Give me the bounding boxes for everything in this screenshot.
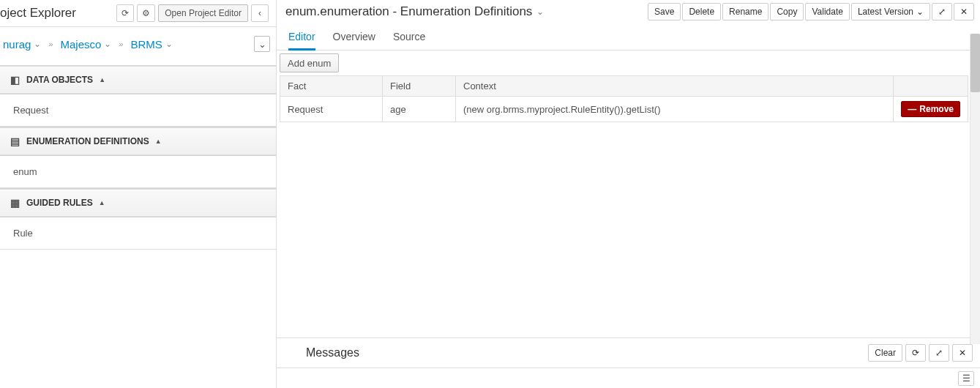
breadcrumb-separator-icon: » xyxy=(48,40,53,48)
chevron-down-icon: ⌄ xyxy=(258,39,266,50)
chevron-left-icon: ‹ xyxy=(258,8,261,18)
sidebar-item-request[interactable]: Request xyxy=(13,105,48,116)
sidebar-title: oject Explorer xyxy=(0,6,76,20)
latest-version-dropdown[interactable]: Latest Version ⌄ xyxy=(851,3,930,20)
chevron-down-icon: ⌄ xyxy=(916,7,924,17)
close-button[interactable]: ✕ xyxy=(954,3,974,20)
messages-clear-button[interactable]: Clear xyxy=(868,344,902,362)
cell-field[interactable]: age xyxy=(383,97,456,122)
gear-icon: ⚙ xyxy=(142,8,150,18)
tab-source[interactable]: Source xyxy=(393,31,425,50)
chevron-down-icon: ⌄ xyxy=(165,39,173,49)
cell-context[interactable]: (new org.brms.myproject.RuleEntity()).ge… xyxy=(456,97,894,122)
section-title: GUIDED RULES xyxy=(26,198,93,208)
enum-table: Fact Field Context Request age (new org.… xyxy=(280,75,968,122)
breadcrumb-separator-icon: » xyxy=(119,40,123,48)
section-enumeration-definitions-header[interactable]: ▤ ENUMERATION DEFINITIONS ▲ xyxy=(0,127,276,155)
open-project-editor-button[interactable]: Open Project Editor xyxy=(158,4,248,22)
expand-icon: ⤢ xyxy=(938,7,946,17)
table-header-row: Fact Field Context xyxy=(280,76,968,97)
scrollbar-thumb[interactable] xyxy=(970,34,980,92)
add-enum-button[interactable]: Add enum xyxy=(280,53,339,72)
messages-title: Messages xyxy=(306,346,359,359)
editor-main: enum.enumeration - Enumeration Definitio… xyxy=(277,0,980,388)
messages-close-button[interactable]: ✕ xyxy=(952,344,973,362)
expand-button[interactable]: ⤢ xyxy=(932,3,952,20)
messages-expand-button[interactable]: ⤢ xyxy=(929,344,949,362)
refresh-icon: ⟳ xyxy=(121,8,129,18)
sidebar-item-enum[interactable]: enum xyxy=(13,166,37,177)
guided-rules-icon: ▦ xyxy=(9,197,20,209)
refresh-button[interactable]: ⟳ xyxy=(116,4,134,22)
project-explorer-sidebar: oject Explorer ⟳ ⚙ Open Project Editor ‹… xyxy=(0,0,277,388)
section-title: ENUMERATION DEFINITIONS xyxy=(26,136,149,146)
caret-up-icon: ▲ xyxy=(99,76,105,83)
title-dropdown-icon[interactable]: ⌄ xyxy=(536,7,544,17)
minus-icon: — xyxy=(908,104,916,114)
column-fact: Fact xyxy=(280,76,383,97)
list-icon: ☰ xyxy=(962,373,970,384)
expand-icon: ⤢ xyxy=(935,348,943,358)
remove-row-button[interactable]: — Remove xyxy=(901,101,960,117)
column-actions xyxy=(894,76,968,97)
caret-up-icon: ▲ xyxy=(155,138,162,145)
data-objects-icon: ◧ xyxy=(9,74,20,86)
chevron-down-icon: ⌄ xyxy=(34,39,41,49)
column-context: Context xyxy=(456,76,894,97)
section-data-objects-header[interactable]: ◧ DATA OBJECTS ▲ xyxy=(0,66,276,94)
messages-refresh-button[interactable]: ⟳ xyxy=(905,344,926,362)
messages-panel-header: Messages Clear ⟳ ⤢ ✕ xyxy=(277,337,980,368)
table-row: Request age (new org.brms.myproject.Rule… xyxy=(280,97,968,122)
chevron-down-icon: ⌄ xyxy=(104,39,111,49)
close-icon: ✕ xyxy=(959,348,966,358)
tab-overview[interactable]: Overview xyxy=(333,31,375,50)
page-title: enum.enumeration - Enumeration Definitio… xyxy=(285,4,532,19)
refresh-icon: ⟳ xyxy=(912,348,919,358)
column-field: Field xyxy=(383,76,456,97)
breadcrumb-item-1[interactable]: Majesco ⌄ xyxy=(61,38,112,51)
tab-editor[interactable]: Editor xyxy=(288,31,315,51)
action-toolbar: Save Delete Rename Copy Validate Latest … xyxy=(646,3,974,20)
enumeration-icon: ▤ xyxy=(9,135,20,147)
breadcrumb: nurag ⌄ » Majesco ⌄ » BRMS ⌄ ⌄ xyxy=(0,27,276,65)
validate-button[interactable]: Validate xyxy=(805,3,849,20)
breadcrumb-item-2[interactable]: BRMS ⌄ xyxy=(130,38,172,51)
rename-button[interactable]: Rename xyxy=(722,3,768,20)
vertical-scrollbar[interactable] xyxy=(970,34,980,344)
collapse-sidebar-button[interactable]: ‹ xyxy=(251,4,269,22)
delete-button[interactable]: Delete xyxy=(682,3,721,20)
caret-up-icon: ▲ xyxy=(99,199,105,206)
sidebar-item-rule[interactable]: Rule xyxy=(13,228,33,239)
close-icon: ✕ xyxy=(960,7,968,17)
cell-fact[interactable]: Request xyxy=(280,97,383,122)
sidebar-header: oject Explorer ⟳ ⚙ Open Project Editor ‹ xyxy=(0,0,276,27)
breadcrumb-item-0[interactable]: nurag ⌄ xyxy=(3,38,41,51)
section-guided-rules-header[interactable]: ▦ GUIDED RULES ▲ xyxy=(0,189,276,217)
editor-header: enum.enumeration - Enumeration Definitio… xyxy=(277,0,980,25)
tab-bar: Editor Overview Source xyxy=(277,25,980,51)
section-title: DATA OBJECTS xyxy=(26,75,93,85)
breadcrumb-more-dropdown[interactable]: ⌄ xyxy=(254,36,270,52)
settings-button[interactable]: ⚙ xyxy=(137,4,155,22)
save-button[interactable]: Save xyxy=(648,3,681,20)
list-view-button[interactable]: ☰ xyxy=(958,371,974,386)
copy-button[interactable]: Copy xyxy=(770,3,804,20)
bottom-status-bar: ☰ xyxy=(277,368,980,388)
